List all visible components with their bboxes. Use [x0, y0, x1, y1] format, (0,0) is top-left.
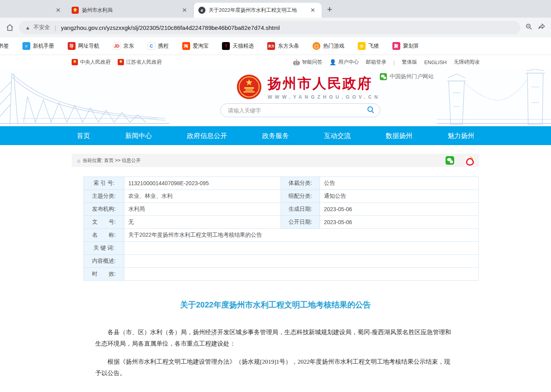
- address-separator: |: [55, 24, 56, 31]
- link-jiangsu-gov[interactable]: 江苏省人民政府: [118, 59, 162, 66]
- address-bar[interactable]: ▲ 不安全 | yangzhou.gov.cn/yzszxxgk/slj/202…: [19, 21, 520, 34]
- bookmark-item[interactable]: 聚 聚划算: [392, 42, 419, 50]
- jd-icon: JD: [113, 42, 121, 50]
- bookmark-icon: ≡: [22, 42, 30, 50]
- nav-data[interactable]: 数据扬州: [386, 131, 412, 140]
- games-icon: ▢: [312, 42, 320, 50]
- user-center-link[interactable]: 👤 用户中心: [329, 59, 359, 66]
- bridge-sketch-right: [437, 69, 551, 126]
- table-row: 关 键 词:: [84, 242, 479, 255]
- create-date: 2023-05-06: [320, 203, 479, 216]
- english-link[interactable]: ENGLISH: [424, 59, 447, 65]
- group-category: 通知公告: [320, 190, 479, 203]
- breadcrumb: ⌂ 当前位置: 首页 >> 信息公开: [72, 154, 479, 167]
- document-meta-table: 索 引 号: 11321000014407098E-2023-095 体裁分类:…: [83, 177, 479, 281]
- search-icon[interactable]: [366, 105, 375, 116]
- traditional-link[interactable]: 繁体版: [402, 59, 417, 66]
- nav-interaction[interactable]: 互动交流: [324, 131, 351, 140]
- national-emblem-icon: [72, 59, 78, 65]
- ctrip-dolphin-icon: C: [148, 42, 155, 50]
- nav-news[interactable]: 新闻中心: [125, 131, 152, 140]
- weibo-share-icon[interactable]: [465, 156, 474, 165]
- main-nav: 首页 新闻中心 政府信息公开 政务服务 互动交流 数据扬州 魅力扬州: [0, 126, 551, 145]
- nav-services[interactable]: 政务服务: [262, 131, 289, 140]
- security-label: 不安全: [33, 24, 50, 31]
- national-emblem-icon: [236, 74, 262, 100]
- bookmark-item[interactable]: C 携程: [148, 42, 169, 50]
- bridge-sketch-left: [0, 69, 169, 126]
- topic-category: 农业、林业、水利: [124, 190, 281, 203]
- breadcrumb-path[interactable]: 首页 >> 信息公开: [104, 157, 141, 164]
- close-icon[interactable]: ✕: [309, 6, 317, 15]
- table-row: 文 号: 无 公开日期: 2023-05-06: [84, 216, 479, 229]
- tab-title: 扬州市水利局: [82, 7, 177, 14]
- divider: |: [394, 59, 395, 65]
- bookmark-item[interactable]: T 天猫精选: [222, 42, 254, 50]
- bookmark-icon: 导: [68, 42, 76, 50]
- robot-icon: 🤖: [293, 59, 300, 65]
- close-icon[interactable]: ✕: [54, 6, 62, 15]
- taobao-icon: 淘: [182, 42, 190, 50]
- new-tab-button[interactable]: +: [327, 4, 332, 15]
- table-row: 名 称: 关于2022年度扬州市水利工程文明工地考核结果的公告: [84, 229, 479, 242]
- tab-partial[interactable]: ✕: [0, 3, 67, 18]
- bookmark-item[interactable]: 东方 东方头条: [267, 42, 299, 50]
- url-text[interactable]: yangzhou.gov.cn/yzszxxgk/slj/202305/210c…: [61, 24, 280, 31]
- validity: [124, 268, 479, 281]
- portal-wechat-link[interactable]: 中国扬州门户网站: [380, 73, 434, 80]
- link-central-gov[interactable]: 中央人民政府: [72, 59, 111, 66]
- table-row: 时 效:: [84, 268, 479, 281]
- breadcrumb-label: 当前位置:: [83, 157, 103, 164]
- bookmark-item[interactable]: ⊙ 飞猪: [358, 42, 379, 50]
- site-favicon-icon: e: [198, 7, 205, 14]
- site-search: [220, 103, 380, 117]
- national-emblem-favicon-icon: ★: [72, 7, 79, 14]
- user-icon: 👤: [329, 59, 336, 65]
- bookmark-item[interactable]: ≡ 新机手册: [22, 42, 54, 50]
- accessibility-link[interactable]: 无障碍阅读: [454, 59, 479, 66]
- bookmarks-bar: 机书签 ≡ 新机手册 导 网址导航 JD 京东 C 携程 淘 爱淘宝 T 天猫精…: [0, 37, 551, 55]
- close-icon[interactable]: ✕: [180, 6, 189, 15]
- juhuasuan-icon: 聚: [392, 42, 400, 50]
- wechat-share-icon[interactable]: [446, 156, 454, 165]
- site-banner: 扬州市人民政府 WWW.YANGZHOU.GOV.CN 中国扬州门户网站: [0, 69, 551, 126]
- bookmark-item[interactable]: 淘 爱淘宝: [182, 42, 209, 50]
- article-body: 关于2022年度扬州市水利工程文明工地考核结果的公告 各县（市、区）水利（务）局…: [72, 300, 479, 392]
- share-icon[interactable]: [538, 23, 545, 32]
- table-row: 主题分类: 农业、林业、水利 组配分类: 通知公告: [84, 190, 479, 203]
- security-warning-icon[interactable]: ▲: [25, 25, 30, 31]
- tab-water-bureau[interactable]: ★ 扬州市水利局 ✕: [67, 3, 194, 18]
- site-logo[interactable]: 扬州市人民政府 WWW.YANGZHOU.GOV.CN: [236, 74, 381, 100]
- bookmark-item[interactable]: ▢ 热门游戏: [312, 42, 344, 50]
- nav-charm[interactable]: 魅力扬州: [447, 131, 474, 140]
- article-paragraph: 根据《扬州市水利工程文明工地建设管理办法》（扬水规[2019]1号），2022年…: [95, 356, 456, 379]
- wechat-icon: [380, 73, 387, 80]
- doc-title: 关于2022年度扬州市水利工程文明工地考核结果的公告: [124, 229, 479, 242]
- table-row: 内容概述:: [84, 255, 479, 268]
- bookmark-item[interactable]: 机书签: [0, 42, 9, 50]
- tmall-icon: T: [222, 42, 230, 50]
- fliggy-pig-icon: ⊙: [358, 42, 366, 50]
- search-input[interactable]: [228, 107, 366, 114]
- smart-qa-link[interactable]: 🤖 智能问答: [293, 59, 322, 66]
- bookmark-item[interactable]: JD 京东: [113, 42, 134, 50]
- publisher: 水利局: [124, 203, 281, 216]
- keywords: [124, 242, 479, 255]
- nav-home[interactable]: 首页: [77, 131, 90, 140]
- bookmark-item[interactable]: 导 网址导航: [68, 42, 100, 50]
- article-paragraph: 各县（市、区）水利（务）局，扬州经济开发区城乡事务管理局，生态科技新城规划建设局…: [95, 327, 456, 349]
- national-emblem-icon: [118, 59, 124, 65]
- home-icon[interactable]: [6, 23, 14, 32]
- site-url: WWW.YANGZHOU.GOV.CN: [268, 94, 381, 100]
- publish-date: 2023-05-06: [320, 216, 479, 229]
- nav-info-disclosure[interactable]: 政府信息公开: [187, 131, 227, 140]
- browser-toolbar: ▲ 不安全 | yangzhou.gov.cn/yzszxxgk/slj/202…: [0, 18, 551, 37]
- toutiao-icon: 东方: [267, 42, 275, 50]
- table-row: 索 引 号: 11321000014407098E-2023-095 体裁分类:…: [84, 177, 479, 190]
- index-number: 11321000014407098E-2023-095: [124, 177, 281, 190]
- zoom-out-icon[interactable]: [525, 23, 533, 32]
- home-icon[interactable]: ⌂: [77, 158, 80, 164]
- tab-active-announcement[interactable]: e 关于2022年度扬州市水利工程文明工地 ✕: [194, 3, 322, 18]
- summary: [124, 255, 479, 268]
- mail-login-link[interactable]: 邮箱登录: [366, 59, 386, 66]
